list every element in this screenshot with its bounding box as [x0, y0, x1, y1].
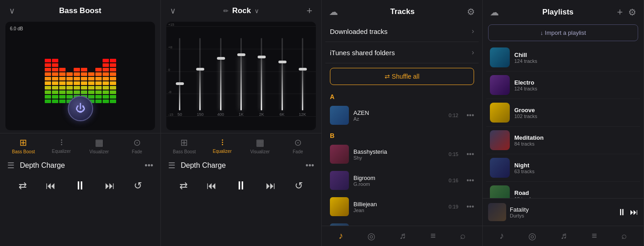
tab-equalizer-p2[interactable]: ⫶ Equalizer	[209, 137, 236, 154]
next-button-p1[interactable]: ⏭	[105, 180, 115, 192]
search-nav-icon[interactable]: ⌕	[460, 231, 465, 241]
np-artist: Durtys	[510, 213, 614, 218]
shuffle-all-button[interactable]: ⇄ Shuffle all	[330, 68, 474, 85]
tab-bar-panel2: ⊞ Bass Boost ⫶ Equalizer ▦ Visualizer ⊙ …	[161, 133, 321, 156]
playlist-info-electro: Electro 124 tracks	[514, 79, 636, 91]
artist-nav-icon[interactable]: ♬	[400, 231, 406, 241]
previous-button-p2[interactable]: ⏮	[207, 180, 216, 192]
radio-nav-icon[interactable]: ◎	[367, 231, 375, 241]
chevron-down-icon-p2[interactable]: ∨	[170, 6, 176, 16]
shuffle-button-p2[interactable]: ⇄	[179, 180, 188, 192]
playlist-row-groove[interactable]: Groove 102 tracks	[486, 99, 640, 127]
tab-fade-p1[interactable]: ⊙ Fade	[123, 137, 150, 154]
freq-label-150: 150	[197, 112, 203, 117]
fade-icon-p2: ⊙	[294, 137, 302, 148]
tab-bass-boost-p2[interactable]: ⊞ Bass Boost	[171, 137, 198, 154]
playlist-thumb-meditation	[490, 130, 510, 150]
playlist-nav-icon-p4[interactable]: ≡	[592, 231, 597, 241]
playlists-list: Chill 124 tracks Electro 124 tracks Groo…	[483, 44, 644, 198]
playback-controls-p1: ⇄ ⏮ ⏸ ⏭ ↺	[0, 175, 160, 200]
np-pause-button[interactable]: ⏸	[617, 207, 626, 218]
playlist-row-chill[interactable]: Chill 124 tracks	[486, 44, 640, 71]
playlist-thumb-road	[490, 185, 510, 198]
preset-selector[interactable]: ✏ Rock ∨	[223, 6, 259, 15]
add-playlist-icon[interactable]: +	[617, 6, 623, 18]
track-more-bigroom[interactable]: •••	[466, 176, 474, 184]
track-thumb-bigroom	[330, 171, 349, 190]
playlist-row-meditation[interactable]: Meditation 84 tracks	[486, 127, 640, 154]
track-name-p2: Depth Charge	[181, 161, 300, 170]
artist-nav-icon-p4[interactable]: ♬	[560, 231, 567, 241]
more-options-icon-p2[interactable]: •••	[306, 161, 314, 170]
track-row-basshysteria[interactable]: Basshysteria Shy 0:15 •••	[325, 141, 479, 167]
cloud-icon[interactable]: ☁	[329, 6, 338, 17]
import-playlist-button[interactable]: ↓ Import a playlist	[488, 24, 638, 41]
track-thumb-azen	[330, 106, 349, 125]
eq-slider-400hz[interactable]: 400	[212, 26, 230, 117]
next-button-p2[interactable]: ⏭	[266, 180, 276, 192]
track-title-bigroom: Bigroom	[353, 175, 444, 181]
tab-equalizer-p1[interactable]: ⫶ Equalizer	[48, 137, 75, 154]
eq-slider-2khz[interactable]: 2K	[253, 26, 270, 117]
tab-visualizer-p1[interactable]: ▦ Visualizer	[85, 137, 113, 154]
more-options-icon[interactable]: •••	[145, 161, 153, 170]
tab-fade-p2[interactable]: ⊙ Fade	[284, 137, 311, 154]
repeat-button-p2[interactable]: ↺	[295, 180, 303, 192]
search-nav-icon-p4[interactable]: ⌕	[621, 231, 627, 241]
tab-bass-boost[interactable]: ⊞ Bass Boost	[10, 137, 37, 154]
track-info-billiejean: Billiejean Jean	[353, 201, 444, 213]
itunes-chevron-icon: ›	[472, 48, 474, 57]
queue-icon-p2[interactable]: ☰	[168, 161, 175, 170]
downloaded-tracks-row[interactable]: Downloaded tracks ›	[325, 21, 479, 42]
preset-chevron-icon[interactable]: ∨	[254, 7, 259, 14]
eq-slider-150hz[interactable]: 150	[191, 26, 209, 117]
playlist-row-road[interactable]: Road 18 tracks	[486, 182, 640, 198]
tracks-nav-icon-p4[interactable]: ♪	[499, 231, 504, 241]
track-more-azen[interactable]: •••	[466, 111, 474, 119]
chevron-down-icon[interactable]: ∨	[9, 6, 15, 16]
play-pause-button-p1[interactable]: ⏸	[74, 179, 86, 193]
playlist-nav-icon[interactable]: ≡	[431, 231, 436, 241]
track-row-billiejean[interactable]: Billiejean Jean 0:19 •••	[325, 194, 479, 220]
edit-icon[interactable]: ✏	[223, 7, 229, 14]
settings-icon[interactable]: ⚙	[467, 6, 475, 17]
eq-slider-1khz[interactable]: 1K	[232, 26, 250, 117]
eq-slider-12khz[interactable]: 12K	[294, 26, 311, 117]
previous-button-p1[interactable]: ⏮	[46, 180, 56, 192]
track-more-billiejean[interactable]: •••	[466, 203, 474, 211]
panel1-title: Bass Boost	[59, 6, 102, 15]
playlists-title: Playlists	[542, 8, 573, 17]
track-title-billiejean: Billiejean	[353, 201, 444, 208]
now-playing-p4: Fatality Durtys ⏸ ⏭	[483, 198, 644, 226]
radio-nav-icon-p4[interactable]: ◎	[528, 231, 536, 241]
track-more-basshysteria[interactable]: •••	[466, 150, 474, 158]
shuffle-button-p1[interactable]: ⇄	[19, 180, 27, 192]
track-row-bigroom[interactable]: Bigroom G.room 0:16 •••	[325, 167, 479, 194]
np-next-button[interactable]: ⏭	[630, 208, 638, 217]
playlist-name-meditation: Meditation	[514, 134, 636, 141]
equalizer-label-p2: Equalizer	[213, 149, 232, 154]
tracks-title: Tracks	[390, 7, 415, 16]
panel-playlists: ☁ Playlists + ⚙ ↓ Import a playlist Chil…	[483, 0, 644, 246]
track-row-blackhole[interactable]: BLACKHOLEDIVING Blackhole diving B.H.D 0…	[325, 220, 479, 226]
track-row-azen[interactable]: AZEN Az 0:12 •••	[325, 102, 479, 128]
repeat-button-p1[interactable]: ↺	[134, 180, 142, 192]
settings-icon-p4[interactable]: ⚙	[628, 7, 636, 18]
playlist-row-night[interactable]: Night 63 tracks	[486, 154, 640, 182]
tracks-list: Downloaded tracks › iTunes shared folder…	[322, 21, 482, 226]
playlist-tracks-electro: 124 tracks	[514, 86, 636, 91]
bass-boost-tab-label: Bass Boost	[12, 149, 35, 154]
playlist-row-electro[interactable]: Electro 124 tracks	[486, 71, 640, 99]
queue-icon[interactable]: ☰	[7, 161, 14, 170]
add-preset-icon[interactable]: +	[306, 5, 312, 17]
bass-boost-tab-icon: ⊞	[19, 137, 27, 148]
eq-slider-50hz[interactable]: 50	[171, 26, 188, 117]
power-button[interactable]: ⏻	[68, 96, 93, 121]
eq-slider-6khz[interactable]: 6K	[273, 26, 291, 117]
itunes-folders-row[interactable]: iTunes shared folders ›	[325, 42, 479, 63]
play-pause-button-p2[interactable]: ⏸	[235, 179, 247, 193]
tracks-nav-icon[interactable]: ♪	[338, 231, 343, 241]
playlist-tracks-meditation: 84 tracks	[514, 141, 636, 147]
tab-visualizer-p2[interactable]: ▦ Visualizer	[246, 137, 273, 154]
cloud-icon-p4[interactable]: ☁	[490, 7, 499, 18]
